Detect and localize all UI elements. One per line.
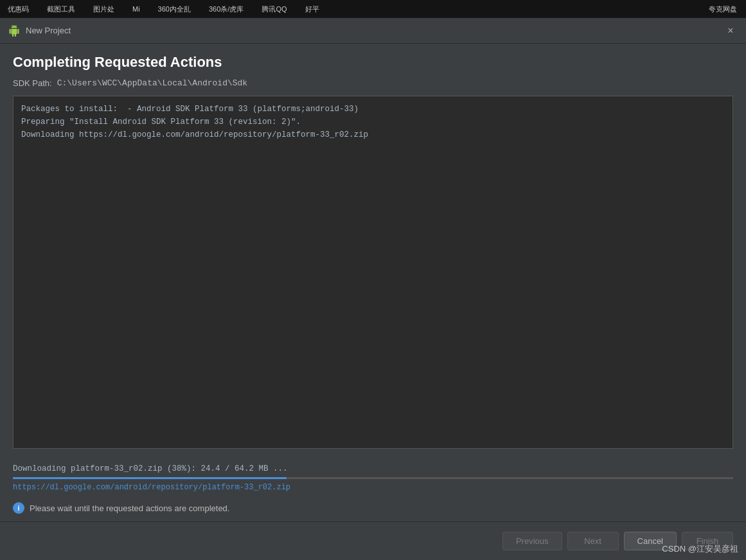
tab-qq[interactable]: 腾讯QQ [258, 3, 290, 15]
progress-bar-container [13, 477, 733, 479]
watermark: CSDN @江安吴彦祖 [662, 543, 738, 555]
sdk-path-label: SDK Path: [13, 78, 52, 88]
previous-button[interactable]: Previous [502, 532, 562, 550]
console-line-5: Downloading https://dl.google.com/androi… [21, 128, 725, 141]
dialog-footer: Previous Next Cancel Finish [0, 521, 746, 560]
sdk-path-row: SDK Path: C:\Users\WCC\AppData\Local\And… [13, 78, 733, 88]
sdk-path-value: C:\Users\WCC\AppData\Local\Android\Sdk [57, 78, 247, 88]
progress-bar-fill [13, 477, 287, 479]
tab-360nei[interactable]: 360内全乱 [154, 3, 195, 15]
kuake-label: 夸克网盘 [705, 3, 741, 15]
progress-section: Downloading platform-33_r02.zip (38%): 2… [0, 459, 746, 497]
progress-text: Downloading platform-33_r02.zip (38%): 2… [13, 464, 733, 473]
tab-tupian[interactable]: 图片处 [89, 3, 118, 15]
browser-topbar: 优惠码 截图工具 图片处 Mi 360内全乱 360杀/虎库 腾讯QQ 好平 夸… [0, 0, 746, 18]
top-right-controls: 夸克网盘 [705, 3, 746, 15]
dialog-content: Completing Requested Actions SDK Path: C… [0, 44, 746, 459]
android-icon [8, 24, 21, 37]
tab-youhuima[interactable]: 优惠码 [4, 3, 33, 15]
close-button[interactable]: × [723, 23, 738, 39]
tab-360sha[interactable]: 360杀/虎库 [205, 3, 247, 15]
info-icon: i [13, 502, 24, 514]
console-output: Packages to install: - Android SDK Platf… [13, 96, 733, 449]
page-title: Completing Requested Actions [13, 54, 733, 71]
new-project-dialog: New Project × Completing Requested Actio… [0, 18, 746, 560]
progress-url: https://dl.google.com/android/repository… [13, 483, 733, 492]
console-line-4: Preparing "Install Android SDK Platform … [21, 116, 725, 128]
console-line-1: Packages to install: - Android SDK Platf… [21, 103, 725, 116]
dialog-titlebar: New Project × [0, 18, 746, 44]
tab-jietu[interactable]: 截图工具 [43, 3, 79, 15]
tab-mi[interactable]: Mi [129, 4, 144, 14]
tab-haoping[interactable]: 好平 [301, 3, 323, 15]
info-message: Please wait until the requested actions … [30, 503, 229, 513]
browser-tabs: 优惠码 截图工具 图片处 Mi 360内全乱 360杀/虎库 腾讯QQ 好平 [0, 3, 705, 15]
info-section: i Please wait until the requested action… [0, 497, 746, 521]
next-button[interactable]: Next [567, 532, 619, 550]
dialog-title-label: New Project [26, 26, 71, 35]
